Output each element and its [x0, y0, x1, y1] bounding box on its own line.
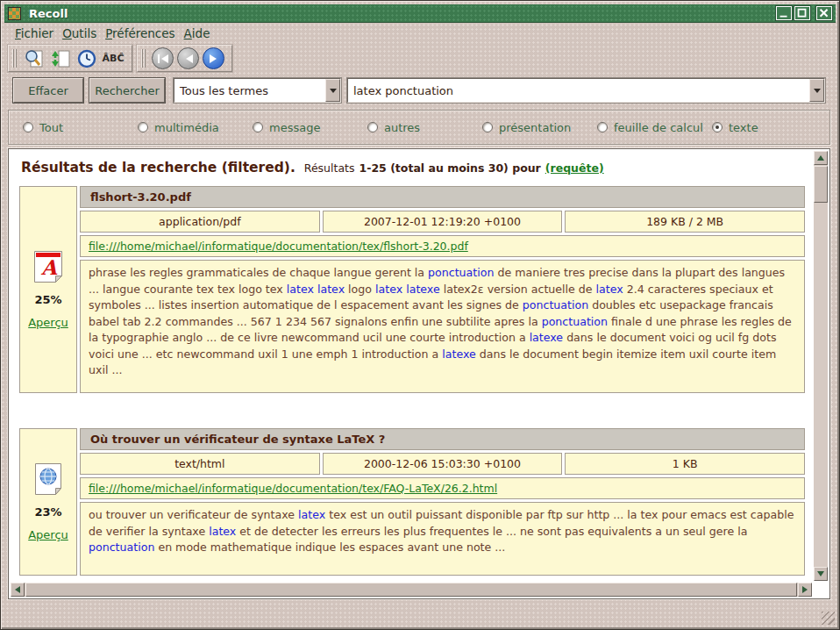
horizontal-scroll-thumb[interactable]	[25, 583, 797, 597]
result-title: Où trouver un vérificateur de syntaxe La…	[80, 428, 805, 450]
preview-link[interactable]: Aperçu	[28, 316, 68, 329]
resize-grip[interactable]	[822, 612, 835, 625]
toolbar: ÂBĈ	[8, 45, 232, 72]
radio-icon[interactable]	[138, 122, 148, 132]
menu-preferences[interactable]: Préférences	[105, 26, 174, 40]
scroll-right-button[interactable]	[798, 583, 812, 597]
relevance-percent: 23%	[34, 505, 61, 519]
previous-page-button[interactable]	[177, 47, 199, 69]
abc-spell-icon: ÂBĈ	[103, 53, 125, 64]
sort-parameters-button[interactable]	[49, 47, 72, 69]
category-filter-bar: Tout multimédia message autres présentat…	[8, 110, 830, 145]
app-icon	[8, 7, 21, 20]
sort-arrows-icon	[50, 48, 71, 69]
menu-bar: Fichier Outils Préférences Aide	[4, 24, 836, 43]
toolbar-group-nav	[137, 45, 232, 72]
result-url-link[interactable]: file:///home/michael/informatique/docume…	[89, 482, 497, 495]
result-entry: A 25% Aperçu flshort-3.20.pdf applicatio…	[19, 186, 805, 393]
arrow-down-icon	[817, 571, 824, 576]
result-snippet: phrase les regles grammaticales de chaqu…	[80, 260, 805, 393]
search-controls: Effacer Rechercher Tous les termes	[13, 78, 825, 103]
query-combobox	[347, 78, 825, 103]
vertical-scroll-thumb[interactable]	[814, 166, 828, 203]
result-url-link[interactable]: file:///home/michael/informatique/docume…	[89, 240, 468, 253]
radio-icon[interactable]	[482, 122, 493, 132]
menu-fichier[interactable]: Fichier	[15, 26, 53, 40]
result-title: flshort-3.20.pdf	[80, 186, 805, 208]
results-count: 1-25 (total au moins 30) pour	[359, 161, 541, 175]
menu-aide[interactable]: Aide	[184, 26, 210, 40]
radio-icon[interactable]	[23, 122, 33, 132]
filter-texte[interactable]: texte	[712, 121, 827, 134]
result-url-row: file:///home/michael/informatique/docume…	[80, 477, 805, 499]
maximize-button[interactable]	[794, 6, 810, 20]
result-size: 189 KB / 2 MB	[565, 211, 805, 233]
arrow-right-icon	[208, 54, 220, 64]
arrow-left-icon	[182, 54, 195, 64]
filter-message[interactable]: message	[253, 121, 367, 134]
query-link[interactable]: (requête)	[545, 161, 604, 175]
filter-tout[interactable]: Tout	[23, 121, 138, 134]
dropdown-arrow-icon[interactable]	[325, 79, 340, 102]
next-page-button[interactable]	[203, 47, 224, 69]
close-button[interactable]	[816, 6, 832, 20]
document-magnifier-icon	[24, 48, 45, 69]
svg-text:A: A	[40, 255, 58, 279]
scroll-down-button[interactable]	[814, 567, 828, 581]
toolbar-handle[interactable]	[141, 49, 146, 68]
arrow-right-icon	[802, 586, 808, 593]
scroll-left-button[interactable]	[11, 583, 25, 597]
radio-icon[interactable]	[597, 122, 608, 132]
minimize-button[interactable]	[776, 6, 792, 20]
history-button[interactable]	[75, 47, 98, 69]
clear-button[interactable]: Effacer	[13, 78, 83, 103]
toolbar-group-main: ÂBĈ	[8, 45, 132, 72]
window-title: Recoll	[29, 7, 773, 20]
html-file-icon	[34, 462, 62, 496]
toolbar-handle[interactable]	[12, 49, 18, 68]
show-preview-button[interactable]	[23, 47, 46, 69]
radio-icon[interactable]	[253, 122, 263, 132]
result-snippet: ou trouver un verificateur de syntaxe la…	[80, 502, 805, 576]
results-title: Résultats de la recherche (filtered).	[21, 160, 295, 175]
result-entry: 23% Aperçu Où trouver un vérificateur de…	[19, 428, 805, 576]
first-page-button[interactable]	[152, 47, 174, 69]
result-meta-row: application/pdf 2007-12-01 12:19:20 +010…	[80, 211, 805, 233]
search-mode-value: Tous les termes	[174, 84, 325, 97]
result-side-panel: 23% Aperçu	[19, 428, 77, 576]
term-explorer-button[interactable]: ÂBĈ	[102, 47, 125, 69]
search-mode-select[interactable]: Tous les termes	[174, 78, 341, 103]
result-size: 1 KB	[565, 453, 805, 475]
first-page-icon	[157, 54, 169, 64]
vertical-scrollbar[interactable]	[814, 151, 828, 581]
filter-autres[interactable]: autres	[367, 121, 482, 134]
horizontal-scrollbar[interactable]	[11, 583, 812, 597]
radio-icon[interactable]	[712, 122, 723, 132]
filter-presentation[interactable]: présentation	[482, 121, 597, 134]
result-url-row: file:///home/michael/informatique/docume…	[80, 235, 805, 257]
radio-icon[interactable]	[367, 122, 378, 132]
result-date: 2007-12-01 12:19:20 +0100	[323, 211, 563, 233]
preview-link[interactable]: Aperçu	[28, 528, 68, 541]
query-input[interactable]	[348, 84, 809, 97]
results-heading: Résultats de la recherche (filtered). Ré…	[21, 160, 808, 175]
dropdown-arrow-icon[interactable]	[809, 79, 824, 102]
filter-feuille-de-calcul[interactable]: feuille de calcul	[597, 121, 712, 134]
scroll-up-button[interactable]	[814, 151, 828, 165]
arrow-up-icon	[817, 155, 824, 161]
results-list: Résultats de la recherche (filtered). Ré…	[11, 151, 812, 581]
recoll-window: Recoll Fichier Outils Préférences Aide	[0, 0, 840, 630]
arrow-left-icon	[15, 586, 20, 593]
result-mime: application/pdf	[80, 211, 320, 233]
result-mime: text/html	[80, 453, 320, 475]
result-meta-row: text/html 2000-12-06 15:03:30 +0100 1 KB	[80, 453, 805, 475]
pdf-file-icon: A	[33, 250, 63, 283]
filter-multimedia[interactable]: multimédia	[138, 121, 253, 134]
relevance-percent: 25%	[34, 293, 61, 306]
results-area: Résultats de la recherche (filtered). Ré…	[8, 148, 830, 599]
clock-icon	[76, 48, 97, 69]
menu-outils[interactable]: Outils	[62, 26, 96, 40]
title-bar: Recoll	[4, 4, 836, 23]
result-date: 2000-12-06 15:03:30 +0100	[323, 453, 563, 475]
search-button[interactable]: Rechercher	[89, 78, 165, 103]
